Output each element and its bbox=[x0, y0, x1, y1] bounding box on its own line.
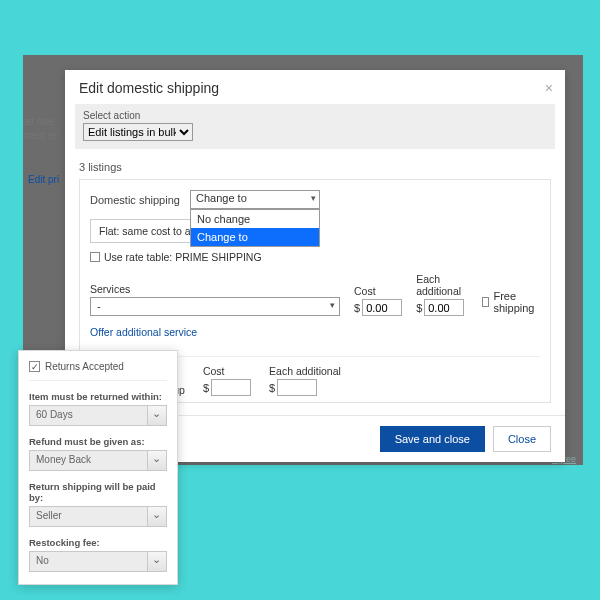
return-within-select[interactable]: 60 Days bbox=[29, 405, 167, 426]
rate-table-label: Use rate table: PRIME SHIPPING bbox=[104, 251, 262, 263]
close-button[interactable]: Close bbox=[493, 426, 551, 452]
close-icon[interactable]: × bbox=[545, 80, 553, 96]
services-label: Services bbox=[90, 283, 340, 295]
rate-table-checkbox[interactable] bbox=[90, 252, 100, 262]
cost-label: Cost bbox=[354, 285, 402, 297]
currency-symbol: $ bbox=[416, 302, 422, 314]
each-additional-input[interactable] bbox=[424, 299, 464, 316]
returns-accepted-checkbox[interactable]: ✓ bbox=[29, 361, 40, 372]
pickup-each-additional-label: Each additional bbox=[269, 365, 341, 377]
domestic-shipping-label: Domestic shipping bbox=[90, 194, 182, 206]
each-additional-label: Each additional bbox=[416, 273, 468, 297]
action-label: Select action bbox=[83, 110, 547, 121]
services-select[interactable]: - bbox=[90, 297, 340, 316]
refund-as-select[interactable]: Money Back bbox=[29, 450, 167, 471]
action-select[interactable]: Edit listings in bulk bbox=[83, 123, 193, 141]
free-shipping-label: Free shipping bbox=[493, 290, 540, 314]
returns-panel: ✓ Returns Accepted Item must be returned… bbox=[18, 350, 178, 585]
pickup-each-additional-input[interactable] bbox=[277, 379, 317, 396]
return-within-label: Item must be returned within: bbox=[29, 391, 167, 402]
returns-accepted-label: Returns Accepted bbox=[45, 361, 124, 372]
backdrop-edit-link[interactable]: Edit pri bbox=[28, 174, 59, 185]
offer-additional-service-link[interactable]: Offer additional service bbox=[90, 326, 197, 338]
free-shipping-checkbox[interactable] bbox=[482, 297, 490, 307]
listing-count: 3 listings bbox=[79, 161, 551, 173]
dropdown-option-change-to[interactable]: Change to bbox=[191, 228, 319, 246]
refund-as-label: Refund must be given as: bbox=[29, 436, 167, 447]
backdrop-text: ad rate ment re bbox=[23, 115, 63, 143]
pickup-cost-input[interactable] bbox=[211, 379, 251, 396]
return-shipping-paid-select[interactable]: Seller bbox=[29, 506, 167, 527]
currency-symbol: $ bbox=[354, 302, 360, 314]
pickup-cost-label: Cost bbox=[203, 365, 251, 377]
cost-input[interactable] bbox=[362, 299, 402, 316]
restocking-fee-select[interactable]: No bbox=[29, 551, 167, 572]
action-bar: Select action Edit listings in bulk bbox=[75, 104, 555, 149]
save-and-close-button[interactable]: Save and close bbox=[380, 426, 485, 452]
modal-title: Edit domestic shipping bbox=[79, 80, 551, 96]
dropdown-option-no-change[interactable]: No change bbox=[191, 210, 319, 228]
currency-symbol: $ bbox=[269, 382, 275, 394]
return-shipping-paid-label: Return shipping will be paid by: bbox=[29, 481, 167, 503]
domestic-shipping-dropdown: No change Change to bbox=[190, 209, 320, 247]
domestic-shipping-select[interactable]: Change to bbox=[190, 190, 320, 209]
currency-symbol: $ bbox=[203, 382, 209, 394]
restocking-fee-label: Restocking fee: bbox=[29, 537, 167, 548]
